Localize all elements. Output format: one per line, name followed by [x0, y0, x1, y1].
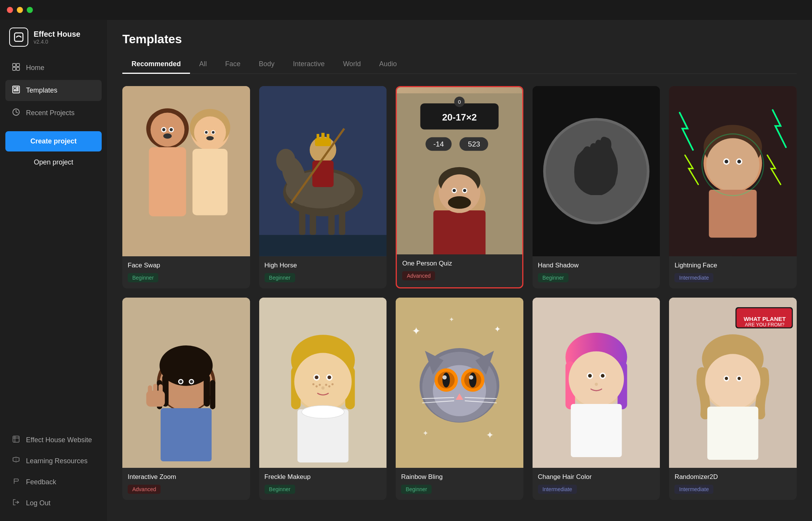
svg-rect-158 — [707, 407, 758, 460]
svg-point-152 — [601, 374, 604, 378]
svg-point-24 — [170, 128, 173, 131]
svg-text:WHAT PLANET: WHAT PLANET — [744, 316, 786, 322]
svg-rect-34 — [299, 206, 305, 235]
template-info-hand-shadow: Hand Shadow Beginner — [533, 256, 660, 288]
sidebar-nav: Home Templates — [0, 57, 107, 124]
template-name-face-swap: Face Swap — [128, 262, 245, 269]
svg-rect-92 — [148, 385, 152, 399]
sidebar-item-templates[interactable]: Templates — [5, 80, 102, 101]
template-card-quiz[interactable]: 20-17×2 0 -14 523 One Person Quiz Advanc… — [396, 86, 523, 288]
tab-face[interactable]: Face — [216, 55, 250, 74]
filter-tabs: Recommended All Face Body Interactive Wo… — [122, 55, 797, 74]
template-card-randomizer[interactable]: WHAT PLANET ARE YOU FROM? Randomizer2D I… — [669, 298, 797, 500]
svg-point-28 — [205, 131, 208, 134]
app-layout: Effect House v2.4.0 Home — [0, 20, 812, 521]
template-card-hair-color[interactable]: Change Hair Color Intermediate — [533, 298, 660, 500]
template-thumb-lightning — [669, 86, 797, 256]
template-info-quiz: One Person Quiz Advanced — [397, 254, 522, 287]
sidebar-item-home[interactable]: Home — [5, 57, 102, 78]
open-project-button[interactable]: Open project — [5, 155, 102, 169]
svg-point-23 — [162, 128, 165, 131]
logout-label: Log Out — [26, 499, 50, 507]
svg-text:✦: ✦ — [449, 316, 454, 323]
svg-rect-50 — [434, 210, 486, 254]
template-thumb-rainbow: ✦ ✦ ✦ ✦ ✦ — [396, 298, 523, 468]
svg-rect-44 — [321, 133, 324, 140]
app-version: v2.4.0 — [34, 39, 80, 45]
template-card-face-swap[interactable]: Face Swap Beginner — [122, 86, 250, 288]
learning-icon — [11, 456, 21, 466]
tab-all[interactable]: All — [190, 55, 216, 74]
badge-face-swap: Beginner — [128, 273, 158, 282]
svg-point-109 — [315, 375, 318, 379]
svg-text:0: 0 — [458, 99, 461, 105]
template-card-hand-shadow[interactable]: Hand Shadow Beginner — [533, 86, 660, 288]
tab-world[interactable]: World — [334, 55, 370, 74]
template-info-high-horse: High Horse Beginner — [259, 256, 387, 288]
sidebar-item-learning-resources[interactable]: Learning Resources — [5, 451, 102, 471]
template-thumb-hair-color — [533, 298, 660, 468]
feedback-icon — [11, 477, 21, 487]
svg-rect-0 — [15, 33, 23, 41]
svg-rect-90 — [161, 408, 211, 461]
template-card-high-horse[interactable]: High Horse Beginner — [259, 86, 387, 288]
svg-point-147 — [568, 351, 624, 407]
svg-text:523: 523 — [468, 140, 480, 148]
template-card-zoom[interactable]: Interactive Zoom Advanced — [122, 298, 250, 500]
svg-rect-94 — [159, 384, 163, 398]
badge-hand-shadow: Beginner — [538, 273, 568, 282]
svg-rect-45 — [326, 134, 329, 140]
template-info-rainbow: Rainbow Bling Beginner — [396, 468, 523, 500]
svg-point-112 — [315, 385, 318, 387]
svg-point-111 — [312, 383, 315, 386]
svg-rect-41 — [312, 161, 334, 187]
svg-rect-37 — [339, 204, 345, 235]
minimize-button[interactable] — [17, 7, 23, 13]
close-button[interactable] — [7, 7, 13, 13]
template-card-rainbow[interactable]: ✦ ✦ ✦ ✦ ✦ Rainbow Bling Beginner — [396, 298, 523, 500]
sidebar-item-recent-projects[interactable]: Recent Projects — [5, 103, 102, 124]
svg-point-60 — [448, 196, 471, 209]
svg-point-79 — [725, 160, 729, 164]
template-card-lightning[interactable]: Lightning Face Intermediate — [669, 86, 797, 288]
logout-icon — [11, 498, 21, 508]
template-info-hair-color: Change Hair Color Intermediate — [533, 468, 660, 500]
maximize-button[interactable] — [27, 7, 33, 13]
logo-area: Effect House v2.4.0 — [0, 28, 107, 57]
main-content: Templates Recommended All Face Body Inte… — [107, 20, 812, 521]
template-thumb-hand-shadow — [533, 86, 660, 256]
svg-point-162 — [738, 377, 741, 380]
badge-randomizer: Intermediate — [674, 485, 713, 494]
sidebar-item-effect-house-website[interactable]: Effect House Website — [5, 430, 102, 450]
sidebar-item-templates-label: Templates — [26, 86, 57, 94]
create-project-button[interactable]: Create project — [5, 131, 102, 151]
svg-rect-148 — [571, 404, 622, 457]
svg-point-113 — [318, 384, 321, 386]
sidebar-item-logout[interactable]: Log Out — [5, 493, 102, 513]
svg-point-97 — [179, 380, 182, 383]
tab-body[interactable]: Body — [250, 55, 284, 74]
svg-point-19 — [194, 116, 226, 148]
template-thumb-high-horse — [259, 86, 387, 256]
recent-projects-icon — [11, 108, 21, 118]
sidebar-spacer — [0, 177, 107, 430]
tab-recommended[interactable]: Recommended — [122, 55, 190, 74]
templates-grid: Face Swap Beginner — [122, 86, 797, 500]
learning-label: Learning Resources — [26, 457, 88, 465]
svg-point-57 — [463, 189, 466, 192]
svg-rect-3 — [13, 67, 16, 70]
tab-audio[interactable]: Audio — [370, 55, 406, 74]
website-label: Effect House Website — [26, 436, 92, 444]
svg-rect-2 — [16, 63, 19, 67]
svg-point-56 — [453, 189, 456, 192]
svg-point-117 — [321, 386, 324, 389]
sidebar-footer: Effect House Website Learning Resources — [0, 430, 107, 513]
sidebar-item-feedback[interactable]: Feedback — [5, 472, 102, 492]
template-card-freckle[interactable]: Freckle Makeup Beginner — [259, 298, 387, 500]
svg-point-39 — [276, 149, 295, 172]
tab-interactive[interactable]: Interactive — [284, 55, 334, 74]
svg-point-161 — [725, 377, 728, 380]
template-name-randomizer: Randomizer2D — [674, 473, 791, 481]
titlebar — [0, 0, 812, 20]
template-name-zoom: Interactive Zoom — [128, 473, 245, 481]
